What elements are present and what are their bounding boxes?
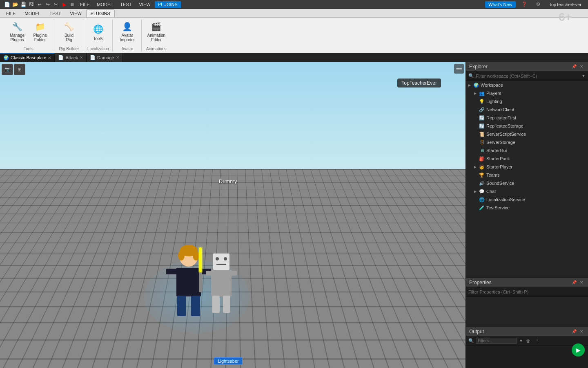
menu-test[interactable]: TEST	[117, 1, 135, 8]
ribbon-group-tools: 🔧 ManagePlugins 📁 PluginsFolder Tools	[3, 19, 54, 51]
tree-item-chat[interactable]: ▶ 💬 Chat	[466, 187, 588, 195]
explorer-pin-button[interactable]: 📌	[571, 63, 577, 70]
starterplayer-icon: 🧑	[479, 164, 485, 170]
ribbon-tab-view[interactable]: VIEW	[65, 9, 86, 17]
ribbon-tab-test[interactable]: TEST	[45, 9, 65, 17]
output-close-button[interactable]: ✕	[578, 328, 585, 335]
output-header: Output 📌 ✕	[466, 327, 588, 336]
green-circle-icon: ▶	[576, 347, 581, 353]
cut-button[interactable]: ✂	[52, 1, 60, 8]
open-button[interactable]: 📂	[11, 1, 19, 8]
startergui-icon: 🖥	[479, 147, 485, 154]
tree-item-players[interactable]: ▶ 👥 Players	[466, 89, 588, 97]
save-button[interactable]: 💾	[20, 1, 27, 8]
ribbon-tab-model[interactable]: MODEL	[20, 9, 45, 17]
properties-search-input[interactable]	[468, 289, 586, 294]
tab-attack-close[interactable]: ✕	[80, 55, 83, 60]
tab-damage-close[interactable]: ✕	[116, 55, 119, 60]
startergui-label: StarterGui	[486, 148, 588, 153]
ribbon: FILE MODEL TEST VIEW PLUGINS 🔧 ManagePlu…	[0, 9, 588, 53]
tree-item-teams[interactable]: ▶ 🏆 Teams	[466, 171, 588, 179]
tree-item-lighting[interactable]: ▶ 💡 Lighting	[466, 97, 588, 105]
workspace-arrow: ▶	[468, 83, 472, 87]
build-rig-button[interactable]: 🦴 BuildRig	[58, 20, 80, 43]
tab-attack[interactable]: 📄 Attack ✕	[55, 53, 87, 62]
undo-button[interactable]: ↩	[36, 1, 43, 8]
tree-item-networkclient[interactable]: ▶ 🔗 NetworkClient	[466, 105, 588, 114]
help-icon[interactable]: ❓	[518, 1, 530, 8]
avatar-importer-icon: 👤	[121, 21, 134, 32]
explorer-search-icon: 🔍	[468, 73, 474, 79]
manage-plugins-button[interactable]: 🔧 ManagePlugins	[7, 20, 28, 43]
menu-file[interactable]: FILE	[77, 1, 93, 8]
networkclient-icon: 🔗	[479, 106, 485, 113]
svg-rect-20	[231, 271, 237, 276]
dummy-character	[205, 247, 238, 321]
output-clear-button[interactable]: 🗑	[525, 337, 532, 345]
tree-item-testservice[interactable]: ▶ 🧪 TestService	[466, 204, 588, 212]
avatar-importer-button[interactable]: 👤 AvatarImporter	[117, 20, 138, 43]
tree-item-starterpack[interactable]: ▶ 🎒 StarterPack	[466, 155, 588, 163]
settings-icon[interactable]: ⚙	[533, 1, 543, 8]
tab-classic-baseplate-close[interactable]: ✕	[48, 56, 51, 60]
workspace-label: Workspace	[481, 83, 588, 88]
viewport[interactable]: 📷 ⊞ ••• TopTeacherEver Dummy	[0, 62, 466, 368]
chat-label: Chat	[486, 189, 588, 194]
explorer-close-button[interactable]: ✕	[578, 63, 585, 70]
properties-pin-button[interactable]: 📌	[571, 279, 577, 286]
viewport-options-button[interactable]: •••	[454, 64, 464, 74]
tree-item-localizationservice[interactable]: ▶ 🌐 LocalizationService	[466, 195, 588, 204]
tab-classic-baseplate-icon: 🌍	[3, 55, 9, 61]
replicatedstorage-label: ReplicatedStorage	[486, 123, 588, 128]
output-more-button[interactable]: ⋮	[534, 337, 541, 345]
editor-tabs: 🌍 Classic Baseplate ✕ 📄 Attack ✕ 📄 Damag…	[0, 53, 588, 62]
camera-button[interactable]: 📷	[2, 64, 13, 75]
localization-label: Tools	[93, 36, 102, 41]
tree-item-workspace[interactable]: ▶ 🌍 Workspace	[466, 81, 588, 89]
ribbon-group-rigbuilder: 🦴 BuildRig Rig Builder	[55, 19, 83, 51]
starterplayer-arrow: ▶	[473, 165, 477, 169]
animation-editor-button[interactable]: 🎬 AnimationEditor	[146, 20, 167, 43]
explorer-panel: Explorer 📌 ✕ 🔍 ▼ ▶ 🌍 Workspace ▶	[466, 62, 588, 278]
menu-view[interactable]: VIEW	[136, 1, 154, 8]
grid-button[interactable]: ⊞	[14, 64, 25, 75]
ribbon-tab-plugins[interactable]: PLUGINS	[86, 9, 115, 17]
output-filter-dropdown[interactable]: ▼	[519, 339, 523, 343]
chat-arrow: ▶	[473, 189, 477, 193]
tree-item-serverscriptservice[interactable]: ▶ 📜 ServerScriptService	[466, 130, 588, 138]
play-button[interactable]: ▶	[60, 1, 68, 8]
explorer-search-dropdown[interactable]: ▼	[581, 74, 586, 78]
ribbon-tab-file[interactable]: FILE	[2, 9, 20, 17]
anim-group-label: Animations	[146, 47, 167, 51]
plugins-folder-button[interactable]: 📁 PluginsFolder	[29, 20, 51, 43]
tree-item-replicatedfirst[interactable]: ▶ 🔄 ReplicatedFirst	[466, 114, 588, 122]
tree-item-soundservice[interactable]: ▶ 🔊 SoundService	[466, 179, 588, 187]
output-content	[466, 346, 588, 368]
menu-plugins[interactable]: PLUGINS	[155, 1, 181, 8]
output-pin-button[interactable]: 📌	[571, 328, 577, 335]
menu-model[interactable]: MODEL	[94, 1, 116, 8]
new-button[interactable]: 📄	[3, 1, 11, 8]
svg-rect-5	[177, 296, 186, 316]
explorer-search-input[interactable]	[476, 74, 580, 79]
tree-item-startergui[interactable]: ▶ 🖥 StarterGui	[466, 146, 588, 155]
tab-classic-baseplate[interactable]: 🌍 Classic Baseplate ✕	[0, 53, 55, 62]
tree-item-serverstorage[interactable]: ▶ 🗄 ServerStorage	[466, 138, 588, 146]
plugins-folder-label: PluginsFolder	[33, 33, 47, 42]
output-filter-input[interactable]	[476, 338, 517, 344]
tree-item-replicatedstorage[interactable]: ▶ 🔄 ReplicatedStorage	[466, 122, 588, 130]
whats-new-button[interactable]: What's New	[485, 1, 515, 8]
properties-close-button[interactable]: ✕	[578, 279, 585, 286]
ribbon-group-loc-items: 🌐 Tools	[87, 19, 109, 46]
green-circle-button[interactable]: ▶	[572, 343, 585, 357]
players-label: Players	[486, 91, 588, 96]
localization-tools-button[interactable]: 🌐 Tools	[87, 20, 109, 43]
menu-items: FILE MODEL TEST VIEW PLUGINS	[77, 1, 484, 8]
stop-button[interactable]: ⏹	[69, 1, 76, 8]
svg-rect-11	[198, 247, 203, 273]
tree-item-starterplayer[interactable]: ▶ 🧑 StarterPlayer	[466, 163, 588, 171]
redo-button[interactable]: ↪	[44, 1, 51, 8]
file-toolbar: 📄 📂 💾 🖫 ↩ ↪ ✂ ▶ ⏹	[3, 1, 76, 8]
save-as-button[interactable]: 🖫	[28, 1, 35, 8]
tab-damage[interactable]: 📄 Damage ✕	[87, 53, 123, 62]
